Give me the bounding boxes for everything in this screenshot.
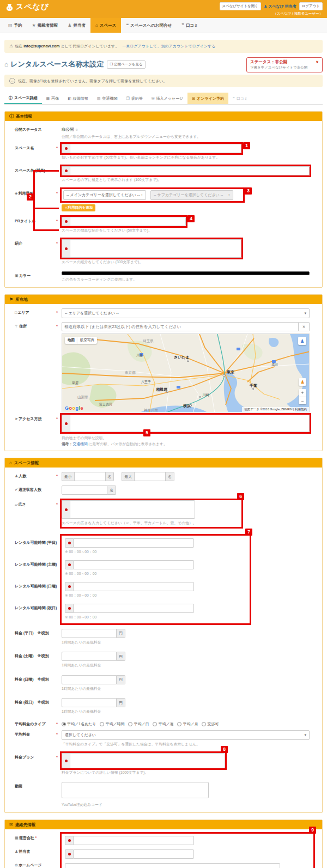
tab-insert-message[interactable]: ✉挿入メッセージ xyxy=(147,93,188,104)
fee-plan-highlight: 8 xyxy=(62,753,225,768)
hours-weekday-item: ※ 00：00～00：00 xyxy=(65,538,246,560)
chat-icon: ❝ xyxy=(126,23,129,28)
hours-weekday-input[interactable] xyxy=(73,538,194,548)
fee-saturday-input[interactable] xyxy=(62,652,117,661)
star-icon: ★ xyxy=(32,23,36,28)
map-canvas[interactable]: 埼玉県 川越 さいたま 東京都 東京 八王子 相模原 川崎 横浜 神奈川県 xyxy=(62,334,310,412)
space-name-sub-input[interactable] xyxy=(70,166,310,175)
hours-holiday-item: ※ 00：00～00：00 xyxy=(65,604,246,623)
view-public-page-button[interactable]: ❐ 公開ページを見る xyxy=(107,60,145,69)
nav-item-reservations[interactable]: ▤予約 xyxy=(3,18,27,33)
fee-plan-textarea[interactable] xyxy=(70,753,225,768)
map-type-map-button[interactable]: 地図 xyxy=(65,337,77,344)
area-select[interactable]: -- エリアを選択してください --▾ xyxy=(62,308,310,318)
app-logo[interactable]: スペなび xyxy=(5,2,49,12)
access-textarea[interactable] xyxy=(70,415,310,432)
fee-sunday-input[interactable] xyxy=(62,675,117,684)
website-input[interactable] xyxy=(65,863,280,868)
hours-sunday-input[interactable] xyxy=(73,582,194,591)
field-label-color: ▣カラー xyxy=(15,271,56,282)
current-user-link[interactable]: ♟ スペなび 担当者 xyxy=(264,4,296,9)
transit-link[interactable]: 交通機関 xyxy=(72,442,87,446)
tab-terms[interactable]: ❐規約等 xyxy=(122,93,147,104)
tab-space-details[interactable]: ⓘスペース詳細 xyxy=(4,93,42,104)
publish-status-value: 非公開 ☼ xyxy=(62,125,317,132)
required-star: * xyxy=(56,239,62,265)
fee-holiday-input[interactable] xyxy=(62,698,117,707)
map-terms-link[interactable]: 利用規約 xyxy=(295,408,307,411)
add-purpose-button[interactable]: ＋利用目的を追加 xyxy=(62,204,95,211)
app-logo-text: スペなび xyxy=(16,2,49,12)
lightbulb-icon: ☼ xyxy=(9,78,15,84)
fee-type-option-per-month[interactable]: 平均／月 xyxy=(177,721,198,727)
google-map[interactable]: 埼玉県 川越 さいたま 東京都 東京 八王子 相模原 川崎 横浜 神奈川県 xyxy=(62,333,310,412)
tab-images[interactable]: ▦画像 xyxy=(42,93,64,104)
map-zoom-in-button[interactable]: + xyxy=(299,389,306,397)
capacity-min-unit: 名 xyxy=(106,472,114,481)
annotation-badge-2: 2 xyxy=(27,193,34,201)
fee-type-option-per-person[interactable]: 平均／1名あたり xyxy=(62,721,96,727)
nav-item-reviews[interactable]: ❞口コミ xyxy=(177,18,203,33)
nav-item-publisher-info[interactable]: ★掲載者情報 xyxy=(27,18,63,33)
required-star: * xyxy=(56,308,62,318)
intro-textarea[interactable] xyxy=(70,239,241,258)
capacity-min-group: 最小 名 xyxy=(62,472,114,481)
fee-type-option-per-hour[interactable]: 平均／時間 xyxy=(100,721,124,727)
open-site-button[interactable]: スペなびサイトを開く xyxy=(220,2,261,10)
annotation-bracket-2 xyxy=(33,170,35,231)
map-account-icon[interactable]: ♟ xyxy=(298,337,306,345)
tab-transit[interactable]: ▥交通機関 xyxy=(93,93,122,104)
annotation-badge-3: 3 xyxy=(245,187,252,195)
address-clear-button[interactable]: ✕ xyxy=(299,322,310,331)
google-logo[interactable]: Google xyxy=(65,405,83,411)
fee-type-option-per-day[interactable]: 平均／日 xyxy=(128,721,149,727)
map-type-satellite-button[interactable]: 航空写真 xyxy=(77,337,97,344)
required-star: * xyxy=(56,753,62,775)
video-textarea[interactable] xyxy=(62,782,209,798)
map-zoom-out-button[interactable]: − xyxy=(299,397,306,404)
avg-fee-select[interactable]: 選択してください▾ xyxy=(62,730,310,740)
hours-holiday-input[interactable] xyxy=(73,604,194,613)
main-category-select[interactable]: -- メインカテゴリーを選択してください --↕ xyxy=(63,190,146,200)
nav-item-staff[interactable]: ♟担当者 xyxy=(63,18,90,33)
fee-type-option-per-week[interactable]: 平均／週 xyxy=(153,721,173,727)
logout-button[interactable]: ログアウト xyxy=(299,2,323,10)
hours-saturday-item: ※ 00：00～00：00 xyxy=(65,560,246,582)
relogin-link[interactable]: 一旦ログアウトして、別のアカウントでログインする xyxy=(122,44,215,48)
fee-type-option-negotiable[interactable]: 交渉可 xyxy=(202,721,219,727)
tab-reviews[interactable]: ❞口コミ xyxy=(228,93,252,104)
company-input[interactable] xyxy=(73,836,194,845)
intro-highlight xyxy=(62,239,241,258)
pr-title-input[interactable] xyxy=(70,217,186,226)
main-nav: ▤予約 ★掲載者情報 ♟担当者 ⌂スペース ❝スペースへのお問合せ ❞口コミ xyxy=(0,18,327,33)
space-name-input[interactable] xyxy=(70,144,241,153)
calendar-icon: ⊞ xyxy=(192,96,195,101)
field-label-access: ➤アクセス方法 xyxy=(15,415,56,446)
nav-item-inquiries[interactable]: ❝スペースへのお問合せ xyxy=(121,18,177,33)
person-input[interactable] xyxy=(73,849,194,859)
sub-category-select[interactable]: -- サブカテゴリーを選択してください --↕ xyxy=(150,190,233,200)
impersonated-email: info@supenavi.com xyxy=(23,44,59,48)
annotation-badge-9: 9 xyxy=(309,827,316,834)
size-textarea[interactable] xyxy=(70,500,195,519)
tab-facilities[interactable]: ◧設備情報 xyxy=(63,93,93,104)
section-title: 基本情報 xyxy=(16,114,32,119)
fee-weekday-input[interactable] xyxy=(62,629,117,638)
warning-icon: ⚠ xyxy=(9,44,13,48)
hours-saturday-input[interactable] xyxy=(73,560,194,569)
color-picker-bar[interactable] xyxy=(62,271,310,275)
map-label-narita: 成田 xyxy=(271,363,278,367)
nav-item-space[interactable]: ⌂スペース xyxy=(90,18,121,33)
annotation-bracket-2-arm xyxy=(33,208,59,209)
map-label-kawagoe: 川越 xyxy=(136,354,143,357)
proper-capacity-input[interactable] xyxy=(62,485,107,495)
pegman-icon[interactable]: ♟ xyxy=(299,378,306,386)
terms-icon: ❐ xyxy=(126,96,129,101)
address-input[interactable] xyxy=(62,322,299,331)
status-dropdown[interactable]: ステータス：非公開∨ 下書き中／スペなびサイトで非公開 xyxy=(246,57,323,72)
capacity-max-input[interactable] xyxy=(134,472,166,481)
capacity-min-input[interactable] xyxy=(74,472,106,481)
tab-online-booking[interactable]: ⊞オンライン予約 xyxy=(187,93,228,104)
marker-dot xyxy=(62,753,70,768)
purpose-icon: ◈ xyxy=(15,191,17,195)
